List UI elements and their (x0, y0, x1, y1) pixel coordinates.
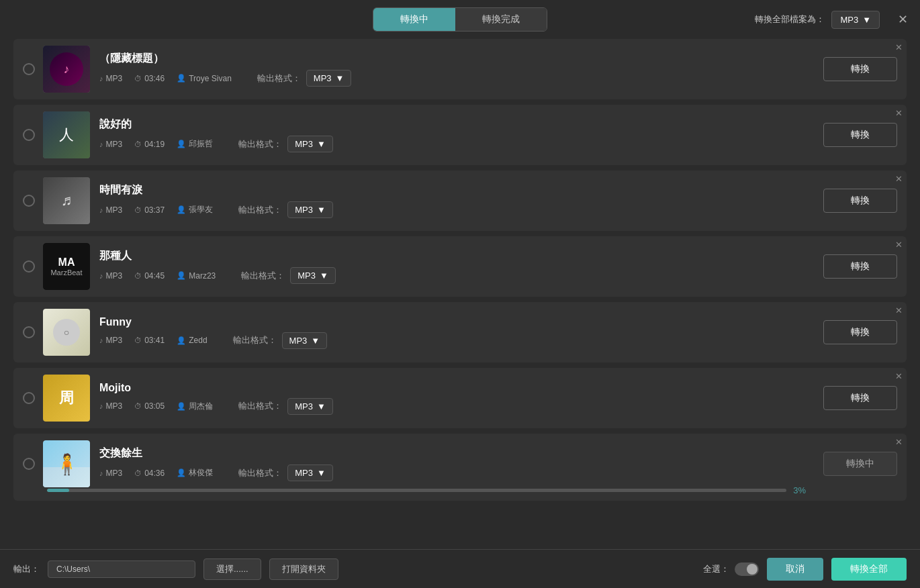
global-format-dropdown[interactable]: MP3 ▼ (831, 11, 880, 29)
convert-btn-marz[interactable]: 轉換 (823, 254, 897, 279)
song-meta-marz: ♪ MP3 ⏱ 04:45 👤 Marz23 輸出格式： MP3 ▼ (99, 267, 803, 284)
music-icon: ♪ (99, 206, 103, 214)
global-format-value: MP3 (840, 15, 858, 25)
person-icon: 👤 (177, 402, 186, 411)
output-format-label-marz: 輸出格式： (241, 270, 285, 282)
close-button[interactable]: ✕ (898, 12, 908, 27)
choose-folder-button[interactable]: 選擇...... (203, 558, 261, 580)
song-info-marz: 那種人 ♪ MP3 ⏱ 04:45 👤 Marz23 輸出格式： MP3 (99, 249, 803, 284)
convert-btn-lin[interactable]: 轉換中 (823, 452, 897, 476)
format-section-lin: 輸出格式： MP3 ▼ (238, 464, 333, 481)
output-format-dropdown-zhang[interactable]: MP3 ▼ (287, 201, 333, 218)
row-close-zedd[interactable]: ✕ (895, 306, 903, 315)
format-section-marz: 輸出格式： MP3 ▼ (241, 267, 336, 284)
footer: 輸出： C:\Users\ 選擇...... 打開資料夾 全選： 取消 轉換全部 (0, 549, 920, 588)
output-format-dropdown-troye[interactable]: MP3 ▼ (306, 70, 352, 87)
song-info-jay: Mojito ♪ MP3 ⏱ 03:05 👤 周杰倫 輸出格式： MP3 (99, 382, 803, 415)
artist-text-lin: 林俊傑 (189, 467, 213, 479)
output-format-dropdown-lin[interactable]: MP3 ▼ (287, 464, 333, 481)
row-close-jay[interactable]: ✕ (895, 372, 903, 381)
song-title-marz: 那種人 (99, 249, 803, 263)
song-row-zedd: ○ Funny ♪ MP3 ⏱ 03:41 👤 Zedd 輸出格式： (13, 302, 907, 362)
tab-done[interactable]: 轉換完成 (455, 8, 547, 31)
meta-duration-zhou: ⏱ 04:19 (134, 140, 165, 149)
cancel-button[interactable]: 取消 (767, 558, 823, 581)
output-format-value-zedd: MP3 (289, 336, 308, 346)
song-meta-zedd: ♪ MP3 ⏱ 03:41 👤 Zedd 輸出格式： MP3 ▼ (99, 332, 803, 349)
song-info-lin: 交換餘生 ♪ MP3 ⏱ 04:36 👤 林俊傑 輸出格式： MP3 (99, 446, 803, 481)
row-checkbox-zedd[interactable] (23, 326, 35, 338)
meta-duration-jay: ⏱ 03:05 (134, 401, 165, 411)
artist-text-troye: Troye Sivan (189, 74, 232, 83)
row-close-marz[interactable]: ✕ (895, 240, 903, 249)
meta-format-zhou: ♪ MP3 (99, 140, 122, 149)
format-section-troye: 輸出格式： MP3 ▼ (257, 70, 352, 87)
output-format-value-lin: MP3 (295, 468, 313, 478)
artist-text-zhang: 張學友 (189, 204, 213, 215)
row-checkbox-jay[interactable] (23, 392, 35, 404)
convert-btn-zhang[interactable]: 轉換 (823, 189, 897, 213)
chevron-down-icon: ▼ (317, 205, 326, 215)
row-close-lin[interactable]: ✕ (895, 438, 903, 446)
chevron-down-icon: ▼ (862, 15, 871, 25)
music-icon: ♪ (99, 469, 103, 477)
person-icon: 👤 (177, 336, 186, 345)
row-close-troye[interactable]: ✕ (895, 43, 903, 52)
format-text-zhang: MP3 (106, 205, 123, 215)
tab-converting[interactable]: 轉換中 (373, 8, 455, 31)
song-meta-jay: ♪ MP3 ⏱ 03:05 👤 周杰倫 輸出格式： MP3 ▼ (99, 398, 803, 415)
row-close-zhou[interactable]: ✕ (895, 109, 903, 117)
song-info-zhou: 說好的 ♪ MP3 ⏱ 04:19 👤 邱振哲 輸出格式： MP3 (99, 117, 803, 152)
song-row-lin: 🧍 交換餘生 ♪ MP3 ⏱ 04:36 👤 林俊傑 輸出格式： (13, 434, 907, 501)
chevron-down-icon: ▼ (311, 336, 320, 346)
person-icon: 👤 (177, 74, 186, 83)
meta-format-marz: ♪ MP3 (99, 271, 122, 281)
duration-text-lin: 04:36 (144, 469, 165, 478)
chevron-down-icon: ▼ (317, 401, 326, 411)
output-format-label-zhang: 輸出格式： (238, 204, 282, 216)
output-format-value-zhou: MP3 (295, 139, 313, 149)
meta-format-zedd: ♪ MP3 (99, 336, 122, 345)
album-art-lin: 🧍 (43, 440, 90, 487)
header: 轉換中 轉換完成 轉換全部檔案為： MP3 ▼ ✕ (0, 0, 920, 39)
select-all-label: 全選： (703, 563, 729, 575)
album-art-marz: MA MarzBeat (43, 243, 90, 290)
output-format-label-zedd: 輸出格式： (233, 334, 277, 346)
row-checkbox-zhou[interactable] (23, 129, 35, 141)
output-format-dropdown-marz[interactable]: MP3 ▼ (290, 267, 336, 284)
song-title-troye: （隱藏標題） (99, 52, 803, 66)
output-format-label-zhou: 輸出格式： (238, 138, 282, 150)
format-section-jay: 輸出格式： MP3 ▼ (238, 398, 333, 415)
convert-btn-zedd[interactable]: 轉換 (823, 320, 897, 344)
row-checkbox-lin[interactable] (23, 458, 35, 470)
chevron-down-icon: ▼ (336, 73, 344, 83)
output-format-dropdown-zhou[interactable]: MP3 ▼ (287, 136, 333, 152)
select-all-toggle[interactable] (735, 562, 759, 576)
convert-btn-troye[interactable]: 轉換 (823, 57, 897, 81)
row-checkbox-zhang[interactable] (23, 195, 35, 207)
song-info-zedd: Funny ♪ MP3 ⏱ 03:41 👤 Zedd 輸出格式： MP3 (99, 316, 803, 349)
output-format-label-jay: 輸出格式： (238, 400, 282, 412)
progress-container: 3% (47, 485, 806, 495)
convert-btn-zhou[interactable]: 轉換 (823, 123, 897, 147)
meta-artist-troye: 👤 Troye Sivan (177, 74, 232, 83)
meta-artist-marz: 👤 Marz23 (177, 271, 216, 281)
song-meta-zhou: ♪ MP3 ⏱ 04:19 👤 邱振哲 輸出格式： MP3 ▼ (99, 136, 803, 152)
music-icon: ♪ (99, 336, 103, 344)
clock-icon: ⏱ (134, 272, 142, 280)
row-checkbox-marz[interactable] (23, 260, 35, 273)
music-icon: ♪ (99, 272, 103, 280)
clock-icon: ⏱ (134, 75, 142, 83)
row-checkbox-troye[interactable] (23, 63, 35, 75)
convert-btn-jay[interactable]: 轉換 (823, 386, 897, 410)
open-folder-button[interactable]: 打開資料夾 (269, 558, 338, 580)
row-close-zhang[interactable]: ✕ (895, 175, 903, 183)
format-text-jay: MP3 (106, 401, 123, 411)
format-text-troye: MP3 (106, 74, 123, 83)
output-format-dropdown-zedd[interactable]: MP3 ▼ (282, 332, 328, 349)
convert-all-button[interactable]: 轉換全部 (831, 558, 907, 581)
album-art-zedd: ○ (43, 309, 90, 356)
output-format-dropdown-jay[interactable]: MP3 ▼ (287, 398, 333, 415)
song-meta-troye: ♪ MP3 ⏱ 03:46 👤 Troye Sivan 輸出格式： MP3 ▼ (99, 70, 803, 87)
meta-duration-zhang: ⏱ 03:37 (134, 205, 165, 215)
